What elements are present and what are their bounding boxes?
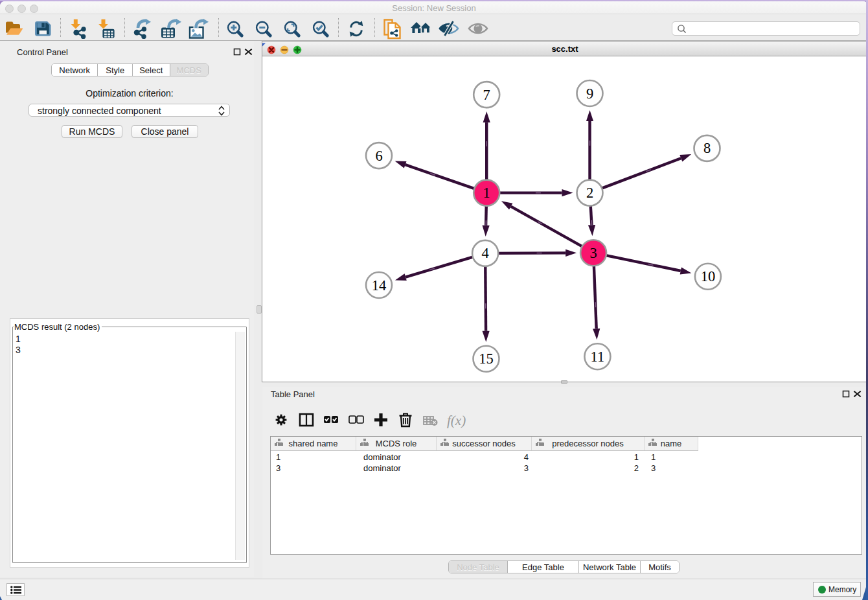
svg-text:9: 9 xyxy=(586,86,593,102)
svg-text:11: 11 xyxy=(591,349,605,365)
svg-text:14: 14 xyxy=(372,277,387,294)
svg-text:7: 7 xyxy=(483,87,490,103)
svg-text:3: 3 xyxy=(589,245,597,261)
svg-text:f(x): f(x) xyxy=(447,413,466,428)
svg-text:6: 6 xyxy=(375,148,382,164)
svg-text:8: 8 xyxy=(703,140,711,156)
svg-text:10: 10 xyxy=(701,268,716,284)
svg-text:1: 1 xyxy=(483,185,490,201)
svg-text:2: 2 xyxy=(586,185,593,201)
svg-text:4: 4 xyxy=(481,245,488,261)
svg-text:15: 15 xyxy=(479,351,494,367)
